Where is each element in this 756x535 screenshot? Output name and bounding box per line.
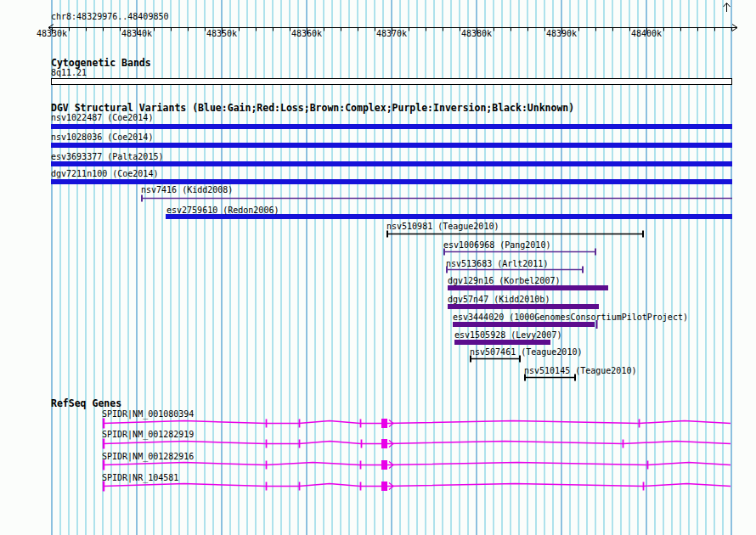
gene-label[interactable]: SPIDR|NM_001080394 xyxy=(102,409,194,419)
ruler-tick-label: 48380k xyxy=(458,29,495,38)
gene-label[interactable]: SPIDR|NM_001282916 xyxy=(102,452,194,461)
variant-bar[interactable] xyxy=(51,143,732,148)
variant-label[interactable]: esv3444020 (1000GenomesConsortiumPilotPr… xyxy=(453,313,688,322)
variant-label[interactable]: nsv507461 (Teague2010) xyxy=(470,347,582,357)
ruler-tick-label: 48360k xyxy=(288,29,325,38)
variant-bar[interactable] xyxy=(448,285,608,290)
genome-browser: chr8:48329976..48409850 Cytogenetic Band… xyxy=(0,0,756,535)
gene-exon-block[interactable] xyxy=(381,419,387,428)
gene-exon-block[interactable] xyxy=(381,482,387,491)
variant-label[interactable]: dgv57n47 (Kidd2010b) xyxy=(448,295,550,304)
variant-label[interactable]: nsv510145 (Teague2010) xyxy=(524,366,636,375)
variant-bar[interactable] xyxy=(454,340,550,345)
variant-label[interactable]: dgv7211n100 (Coe2014) xyxy=(51,169,158,178)
variant-label[interactable]: nsv513683 (Arlt2011) xyxy=(446,259,548,268)
refseq-track-title: RefSeq Genes xyxy=(51,398,121,409)
variant-label[interactable]: nsv510981 (Teague2010) xyxy=(386,222,499,231)
gene-exon-block[interactable] xyxy=(381,460,387,470)
variant-label[interactable]: nsv1022487 (Coe2014) xyxy=(51,113,153,122)
variant-label[interactable]: dgv129n16 (Korbel2007) xyxy=(448,276,560,285)
ruler-tick-label: 48400k xyxy=(628,29,665,38)
gene-line[interactable] xyxy=(103,484,731,487)
ruler-tick-label: 48370k xyxy=(373,29,410,38)
gene-label[interactable]: SPIDR|NM_001282919 xyxy=(102,430,194,439)
variant-label[interactable]: esv3693377 (Palta2015) xyxy=(51,152,163,161)
ruler-tick-label: 48340k xyxy=(118,29,155,38)
ruler-tick-label: 48350k xyxy=(203,29,240,38)
gene-label[interactable]: SPIDR|NR_104581 xyxy=(102,473,178,482)
gene-line[interactable] xyxy=(103,463,731,465)
ruler-tick-label: 48390k xyxy=(543,29,580,38)
region-position-label: chr8:48329976..48409850 xyxy=(51,12,168,21)
variant-bar[interactable] xyxy=(448,304,599,309)
ruler-tick-label: 48330k xyxy=(33,29,71,38)
variant-label[interactable]: esv2759610 (Redon2006) xyxy=(166,206,279,215)
cytoband-box[interactable] xyxy=(52,79,732,85)
variant-label[interactable]: esv1006968 (Pang2010) xyxy=(443,240,550,250)
variant-bar[interactable] xyxy=(51,179,732,184)
variant-label[interactable]: nsv1028036 (Coe2014) xyxy=(51,132,153,142)
variant-bar[interactable] xyxy=(51,161,732,166)
variant-bar[interactable] xyxy=(51,124,732,129)
variant-label[interactable]: nsv7416 (Kidd2008) xyxy=(141,185,233,194)
gene-line[interactable] xyxy=(103,421,731,424)
variant-label[interactable]: esv1505928 (Levy2007) xyxy=(454,330,561,340)
gene-line[interactable] xyxy=(103,442,731,444)
gene-exon-block[interactable] xyxy=(381,439,387,448)
cytoband-label[interactable]: 8q11.21 xyxy=(51,68,87,77)
variant-bar[interactable] xyxy=(453,322,595,327)
